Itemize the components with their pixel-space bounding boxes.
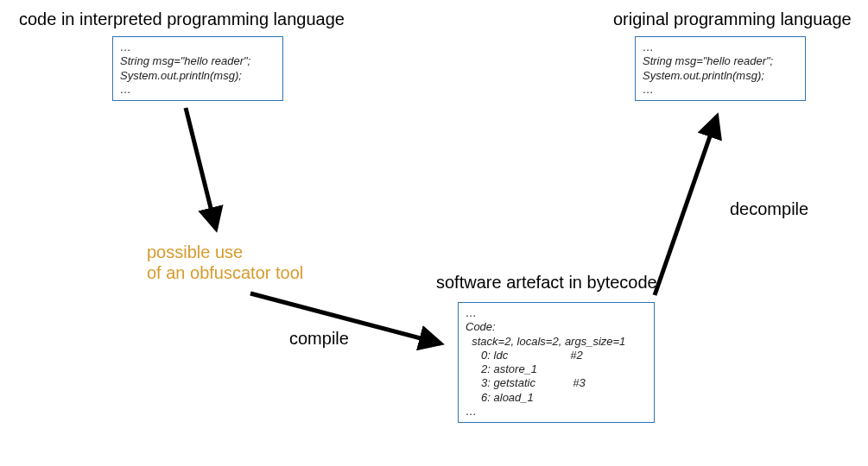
arrow-decompile (0, 0, 868, 466)
svg-line-2 (655, 116, 717, 295)
